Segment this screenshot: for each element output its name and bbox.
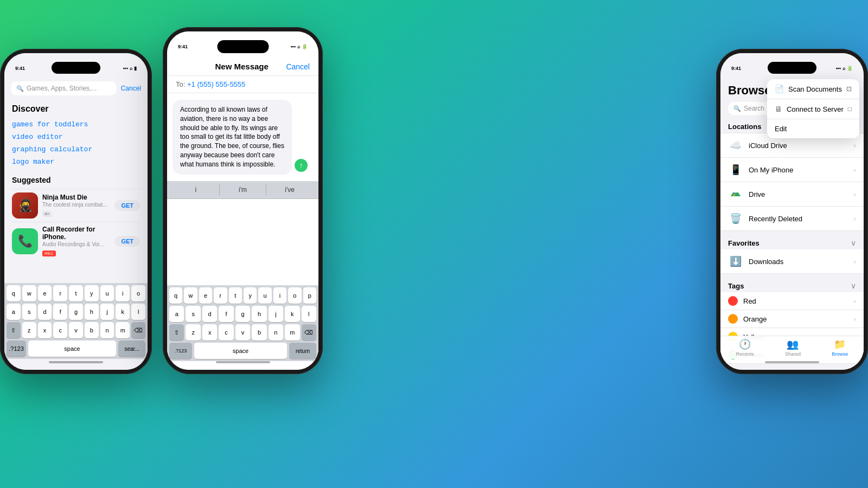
c-key-delete[interactable]: ⌫ [302,324,316,341]
c-key-q[interactable]: q [169,287,182,304]
c-key-z[interactable]: z [186,324,200,341]
c-key-p[interactable]: p [303,287,316,304]
key-g[interactable]: g [69,304,83,320]
to-number[interactable]: +1 (555) 555-5555 [187,80,245,88]
key-s[interactable]: s [22,304,36,320]
files-item-iphone[interactable]: 📱 On My iPhone › [720,158,864,182]
tag-item-red[interactable]: Red › [720,292,864,310]
key-o[interactable]: o [131,285,145,301]
get-button-call[interactable]: GET [114,236,140,247]
app-item-ninja[interactable]: 🥷 Ninja Must Die The coolest ninja comba… [12,189,140,222]
c-key-u[interactable]: u [258,287,271,304]
key-t[interactable]: t [69,285,83,301]
favorites-toggle-icon[interactable]: ∨ [851,239,856,247]
app-item-call[interactable]: 📞 Call Recorder for iPhone. Audio Record… [12,222,140,260]
tab-browse[interactable]: 📁 Browse [832,338,848,357]
files-item-drive[interactable]: Drive › [720,182,864,207]
tab-recents[interactable]: 🕐 Recents [736,338,754,357]
c-key-n[interactable]: n [269,324,283,341]
send-button[interactable]: ↑ [295,159,308,172]
c-key-l[interactable]: l [302,306,316,322]
c-key-w[interactable]: w [184,287,197,304]
c-key-j[interactable]: j [269,306,283,322]
search-cancel-button[interactable]: Cancel [121,85,141,92]
key-w[interactable]: w [22,285,36,301]
context-edit[interactable]: Edit [767,119,859,138]
key-r[interactable]: r [53,285,67,301]
key-l[interactable]: l [131,304,145,320]
c-key-d[interactable]: d [202,306,217,322]
search-bar[interactable]: 🔍 Games, Apps, Stories,... [11,81,117,95]
c-key-g[interactable]: g [235,306,250,322]
c-key-y[interactable]: y [244,287,257,304]
key-e[interactable]: e [38,285,52,301]
c-key-b[interactable]: b [252,324,266,341]
c-key-i[interactable]: i [273,287,286,304]
key-k[interactable]: k [116,304,130,320]
tags-toggle-icon[interactable]: ∨ [851,281,856,290]
discover-item-4[interactable]: logo maker [12,156,140,168]
key-x[interactable]: x [38,322,52,338]
c-key-o[interactable]: o [288,287,301,304]
tag-chevron-orange: › [853,314,856,323]
key-u[interactable]: u [100,285,114,301]
key-delete[interactable]: ⌫ [131,322,145,338]
center-kb-row-2: a s d f g h j k l [167,306,318,322]
c-key-h[interactable]: h [252,306,266,322]
context-connect-server[interactable]: 🖥 Connect to Server □ [767,99,859,119]
c-key-num[interactable]: .?123 [169,343,192,359]
key-v[interactable]: v [69,322,83,338]
key-y[interactable]: y [85,285,99,301]
key-i[interactable]: i [116,285,130,301]
c-key-x[interactable]: x [202,324,217,341]
files-search-icon: 🔍 [733,105,741,112]
files-item-deleted[interactable]: 🗑️ Recently Deleted › [720,207,864,231]
favorites-section: Favorites ∨ ⬇️ Downloads › [720,235,864,274]
context-scan-documents[interactable]: 📄 Scan Documents ⊡ [767,79,859,99]
key-a[interactable]: a [7,304,21,320]
c-key-s[interactable]: s [186,306,200,322]
time-left: 9:41 [15,66,25,71]
discover-item-1[interactable]: games for toddlers [12,118,140,131]
key-f[interactable]: f [53,304,67,320]
key-n[interactable]: n [100,322,114,338]
key-z[interactable]: z [22,322,36,338]
c-key-k[interactable]: k [285,306,299,322]
key-m[interactable]: m [116,322,130,338]
autocorrect-item-1[interactable]: i [173,186,219,194]
favorites-header: Favorites ∨ [720,235,864,249]
key-search[interactable]: sear... [118,341,145,357]
c-key-e[interactable]: e [199,287,212,304]
app-desc-call: Audio Recordings & Voice... [42,241,107,247]
c-key-f[interactable]: f [219,306,233,322]
c-key-m[interactable]: m [285,324,299,341]
key-q[interactable]: q [7,285,21,301]
key-h[interactable]: h [85,304,99,320]
files-item-downloads[interactable]: ⬇️ Downloads › [720,249,864,274]
key-num[interactable]: .?123 [7,341,26,357]
message-cancel-button[interactable]: Cancel [286,62,310,71]
key-b[interactable]: b [85,322,99,338]
c-key-shift[interactable]: ⇧ [169,324,184,341]
c-key-c[interactable]: c [219,324,233,341]
tags-title: Tags [728,282,744,290]
autocorrect-item-2[interactable]: i'm [220,186,266,194]
key-shift[interactable]: ⇧ [7,322,21,338]
c-key-v[interactable]: v [235,324,250,341]
c-key-r[interactable]: r [214,287,227,304]
c-key-return[interactable]: return [289,343,316,359]
key-space[interactable]: space [28,341,116,357]
c-key-space[interactable]: space [194,343,287,359]
c-key-t[interactable]: t [229,287,242,304]
downloads-label: Downloads [749,258,848,266]
autocorrect-item-3[interactable]: i've [266,186,313,194]
key-d[interactable]: d [38,304,52,320]
discover-item-2[interactable]: video editor [12,131,140,143]
tab-shared[interactable]: 👥 Shared [785,338,801,357]
c-key-a[interactable]: a [169,306,184,322]
get-button-ninja[interactable]: GET [114,200,140,211]
tag-item-orange[interactable]: Orange › [720,310,864,328]
key-j[interactable]: j [100,304,114,320]
discover-item-3[interactable]: graphing calculator [12,143,140,156]
key-c[interactable]: c [53,322,67,338]
